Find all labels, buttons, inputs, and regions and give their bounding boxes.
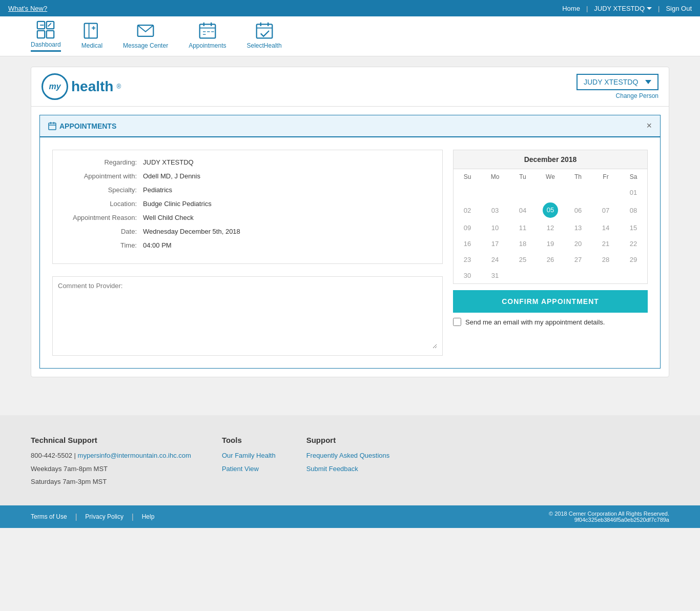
detail-row-time: Time: 04:00 PM: [61, 241, 434, 249]
calendar-cell[interactable]: 03: [481, 200, 509, 220]
footer-copyright: © 2018 Cerner Corporation All Rights Res…: [549, 511, 669, 523]
calendar-cell[interactable]: 25: [509, 252, 537, 268]
faq-link[interactable]: Frequently Asked Questions: [306, 452, 390, 459]
calendar-cell: [537, 185, 564, 200]
calendar-cell[interactable]: 02: [454, 200, 481, 220]
change-person-link[interactable]: Change Person: [616, 92, 658, 99]
calendar-cell[interactable]: 07: [592, 200, 620, 220]
appointments-section: APPOINTMENTS × Regarding: JUDY XTESTDQ A…: [39, 115, 661, 369]
sidebar-item-appointments[interactable]: Appointments: [189, 22, 226, 51]
email-checkbox[interactable]: [453, 318, 461, 326]
appointments-title: APPOINTMENTS: [48, 122, 116, 130]
calendar-cell[interactable]: 21: [592, 236, 620, 252]
appointments-section-title: APPOINTMENTS: [59, 122, 116, 130]
support-heading: Support: [306, 436, 390, 444]
calendar-cell[interactable]: 10: [481, 220, 509, 236]
appointments-header: APPOINTMENTS ×: [40, 115, 660, 137]
comment-textarea[interactable]: [58, 282, 437, 349]
user-menu-button[interactable]: JUDY XTESTDQ: [594, 5, 652, 12]
calendar-cell: [592, 185, 620, 200]
user-selector: JUDY XTESTDQ Change Person: [577, 74, 658, 99]
cal-day-th: Th: [564, 169, 592, 185]
calendar-cell[interactable]: 19: [537, 236, 564, 252]
confirm-appointment-button[interactable]: CONFIRM APPOINTMENT: [453, 290, 648, 313]
calendar-cell[interactable]: 16: [454, 236, 481, 252]
calendar-cell[interactable]: 30: [454, 268, 481, 283]
location-label: Location:: [61, 200, 143, 208]
message-center-label: Message Center: [123, 42, 168, 49]
patient-view-link[interactable]: Patient View: [222, 465, 259, 473]
calendar-cell[interactable]: 05: [537, 200, 564, 220]
cal-day-mo: Mo: [481, 169, 509, 185]
logo-my: my: [49, 82, 60, 91]
tech-support-contact: 800-442-5502 | mypersinfo@intermountain.…: [31, 451, 191, 461]
calendar-cell[interactable]: 04: [509, 200, 537, 220]
submit-feedback-link[interactable]: Submit Feedback: [306, 465, 358, 473]
comment-area: [52, 276, 443, 356]
calendar-cell[interactable]: 12: [537, 220, 564, 236]
detail-row-appt-with: Appointment with: Odell MD, J Dennis: [61, 172, 434, 180]
calendar-cell[interactable]: 06: [564, 200, 592, 220]
tech-support-saturdays: Saturdays 7am-3pm MST: [31, 477, 191, 487]
calendar-cell[interactable]: 26: [537, 252, 564, 268]
calendar-cell[interactable]: 24: [481, 252, 509, 268]
appt-with-value: Odell MD, J Dennis: [143, 172, 200, 180]
whats-new-link[interactable]: What's New?: [8, 5, 47, 12]
calendar-cell[interactable]: 01: [620, 185, 647, 200]
calendar-cell[interactable]: 13: [564, 220, 592, 236]
email-checkbox-row: Send me an email with my appointment det…: [453, 318, 648, 326]
main-nav: Dashboard Medical Message Center: [0, 16, 700, 56]
sidebar-item-dashboard[interactable]: Dashboard: [31, 21, 61, 52]
calendar-cell[interactable]: 15: [620, 220, 647, 236]
cal-day-su: Su: [454, 169, 481, 185]
calendar-panel: December 2018 Su Mo Tu We Th Fr: [453, 150, 648, 356]
appointments-header-icon: [48, 122, 56, 130]
calendar-cell[interactable]: 22: [620, 236, 647, 252]
calendar-cell[interactable]: 11: [509, 220, 537, 236]
calendar-cell: [509, 268, 537, 283]
medical-icon: [83, 22, 101, 40]
appt-details-box: Regarding: JUDY XTESTDQ Appointment with…: [52, 150, 443, 264]
appt-left-panel: Regarding: JUDY XTESTDQ Appointment with…: [52, 150, 443, 356]
help-link[interactable]: Help: [142, 513, 155, 520]
tech-support-email[interactable]: mypersinfo@intermountain.co.ihc.com: [78, 452, 191, 459]
calendar-cell[interactable]: 20: [564, 236, 592, 252]
reason-value: Well Child Check: [143, 214, 194, 221]
calendar-cell[interactable]: 09: [454, 220, 481, 236]
location-value: Budge Clinic Pediatrics: [143, 200, 212, 208]
sidebar-item-message-center[interactable]: Message Center: [123, 22, 168, 51]
specialty-label: Specialty:: [61, 186, 143, 194]
calendar-cell[interactable]: 28: [592, 252, 620, 268]
calendar-cell: [537, 268, 564, 283]
our-family-health-link[interactable]: Our Family Health: [222, 452, 276, 459]
calendar-cell[interactable]: 18: [509, 236, 537, 252]
top-nav: What's New? Home | JUDY XTESTDQ | Sign O…: [0, 0, 700, 16]
close-appointments-button[interactable]: ×: [646, 120, 652, 131]
calendar-cell[interactable]: 14: [592, 220, 620, 236]
home-link[interactable]: Home: [562, 5, 580, 12]
dashboard-icon: [36, 21, 55, 39]
calendar-cell[interactable]: 31: [481, 268, 509, 283]
sidebar-item-medical[interactable]: Medical: [81, 22, 102, 51]
date-label: Date:: [61, 228, 143, 235]
appt-with-label: Appointment with:: [61, 172, 143, 180]
terms-of-use-link[interactable]: Terms of Use: [31, 513, 67, 520]
reason-label: Appointment Reason:: [61, 214, 143, 221]
user-dropdown-button[interactable]: JUDY XTESTDQ: [577, 74, 658, 90]
tools-heading: Tools: [222, 436, 276, 444]
user-name: JUDY XTESTDQ: [594, 5, 645, 12]
calendar-cell[interactable]: 17: [481, 236, 509, 252]
detail-row-location: Location: Budge Clinic Pediatrics: [61, 200, 434, 208]
calendar-cell[interactable]: 27: [564, 252, 592, 268]
calendar-cell[interactable]: 23: [454, 252, 481, 268]
selecthealth-label: SelectHealth: [247, 42, 282, 49]
calendar-cell[interactable]: 08: [620, 200, 647, 220]
calendar-cell[interactable]: 29: [620, 252, 647, 268]
calendar-month-year: December 2018: [454, 150, 647, 169]
sidebar-item-selecthealth[interactable]: SelectHealth: [247, 22, 282, 51]
signout-link[interactable]: Sign Out: [666, 5, 692, 12]
myhealth-header: my health® JUDY XTESTDQ Change Person: [31, 67, 669, 107]
privacy-policy-link[interactable]: Privacy Policy: [85, 513, 123, 520]
calendar-cell: [454, 185, 481, 200]
cal-day-fr: Fr: [592, 169, 620, 185]
